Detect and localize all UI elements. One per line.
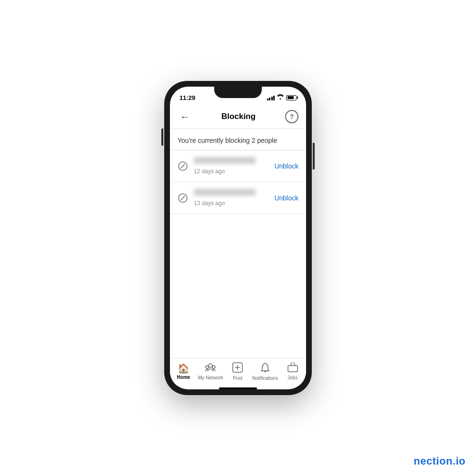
svg-point-0 — [208, 364, 212, 367]
blocked-user-info: 12 days ago — [194, 157, 268, 175]
content-area: You're currently blocking 2 people 12 da… — [170, 129, 306, 358]
blocked-circle-icon — [178, 193, 188, 203]
top-nav: ← Blocking ? — [170, 106, 306, 129]
home-icon: 🏠 — [178, 364, 189, 373]
tab-home[interactable]: 🏠 Home — [170, 358, 197, 382]
blocked-user-name — [194, 157, 256, 164]
blocked-users-list: 12 days ago Unblock 13 days ago U — [170, 150, 306, 214]
unblock-button[interactable]: Unblock — [274, 160, 298, 172]
phone-screen: 11:29 — [170, 87, 306, 389]
tab-jobs[interactable]: Jobs — [279, 358, 306, 382]
tab-home-label: Home — [177, 375, 190, 380]
status-icons — [267, 94, 297, 101]
blocking-count-text: You're currently blocking 2 people — [178, 137, 277, 144]
block-icon — [178, 193, 188, 203]
blocked-time-ago: 13 days ago — [194, 200, 225, 207]
blocked-user-name — [194, 189, 256, 196]
tab-post[interactable]: Post — [224, 358, 251, 382]
page-title: Blocking — [221, 112, 256, 121]
question-mark-icon: ? — [290, 113, 294, 120]
blocked-time-ago: 12 days ago — [194, 168, 225, 175]
unblock-button[interactable]: Unblock — [274, 192, 298, 204]
tab-post-label: Post — [233, 376, 242, 381]
nection-logo: nection.io — [414, 455, 466, 467]
list-item: 13 days ago Unblock — [170, 182, 306, 214]
tab-bar: 🏠 Home My Network — [170, 358, 306, 386]
notifications-icon — [260, 362, 270, 374]
blocked-circle-icon — [178, 161, 188, 171]
tab-notifications[interactable]: Notifications — [251, 358, 279, 382]
tab-network-label: My Network — [198, 375, 223, 380]
phone-shell: 11:29 — [164, 81, 312, 395]
scene: 11:29 — [0, 0, 476, 476]
tab-jobs-label: Jobs — [288, 375, 298, 380]
blocking-summary: You're currently blocking 2 people — [170, 129, 306, 150]
help-button[interactable]: ? — [285, 110, 298, 123]
battery-icon — [286, 95, 297, 100]
back-arrow-icon: ← — [180, 111, 189, 122]
network-icon — [205, 363, 216, 374]
status-time: 11:29 — [179, 94, 195, 101]
tab-my-network[interactable]: My Network — [197, 358, 224, 382]
list-item: 12 days ago Unblock — [170, 150, 306, 182]
phone-notch — [214, 87, 262, 98]
wifi-icon — [277, 94, 284, 101]
svg-point-2 — [212, 366, 215, 368]
svg-point-1 — [206, 366, 208, 368]
signal-icon — [267, 95, 275, 100]
back-button[interactable]: ← — [178, 109, 192, 124]
tab-notifications-label: Notifications — [252, 376, 278, 381]
jobs-icon — [288, 363, 298, 374]
blocked-user-info: 13 days ago — [194, 189, 268, 207]
home-indicator — [219, 387, 257, 389]
svg-rect-6 — [288, 366, 298, 372]
block-icon — [178, 161, 188, 171]
post-icon — [232, 362, 243, 374]
